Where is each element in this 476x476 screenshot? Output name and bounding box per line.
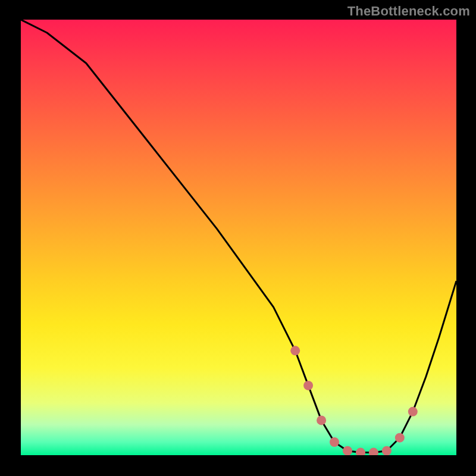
marker-dot — [317, 415, 326, 425]
series-group — [21, 20, 456, 453]
plot-area — [21, 20, 456, 455]
chart-stage: TheBottleneck.com — [0, 0, 476, 476]
marker-dot — [290, 346, 300, 355]
marker-dot — [408, 407, 418, 416]
series-curve — [21, 20, 456, 453]
marker-group — [290, 346, 418, 455]
marker-dot — [395, 433, 405, 443]
marker-dot — [356, 448, 365, 455]
marker-dot — [303, 381, 313, 390]
chart-overlay — [21, 20, 456, 455]
marker-dot — [330, 437, 339, 447]
marker-dot — [343, 446, 352, 455]
marker-dot — [369, 448, 378, 455]
marker-dot — [382, 446, 392, 455]
attribution-text: TheBottleneck.com — [347, 4, 470, 19]
